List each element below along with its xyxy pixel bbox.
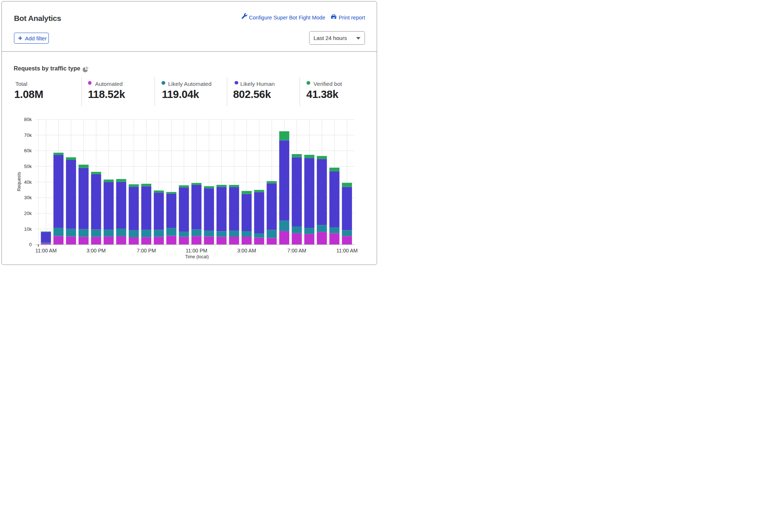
svg-text:80k: 80k [24,117,32,122]
svg-text:11:00 AM: 11:00 AM [35,248,57,254]
svg-text:11:00 PM: 11:00 PM [186,248,207,254]
svg-text:30k: 30k [24,195,32,200]
svg-text:Time (local): Time (local) [185,254,209,259]
svg-text:70k: 70k [24,132,32,138]
svg-text:3:00 PM: 3:00 PM [87,248,106,254]
svg-text:40k: 40k [24,179,32,185]
svg-text:0: 0 [29,242,32,247]
svg-text:10k: 10k [24,226,32,232]
svg-text:3:00 AM: 3:00 AM [237,248,256,254]
svg-text:7:00 AM: 7:00 AM [287,248,306,254]
svg-text:7:00 PM: 7:00 PM [137,248,156,254]
svg-text:50k: 50k [24,164,32,169]
svg-text:Requests: Requests [17,172,22,191]
svg-text:11:00 AM: 11:00 AM [336,248,358,254]
svg-text:20k: 20k [24,211,32,216]
svg-text:60k: 60k [24,148,32,153]
